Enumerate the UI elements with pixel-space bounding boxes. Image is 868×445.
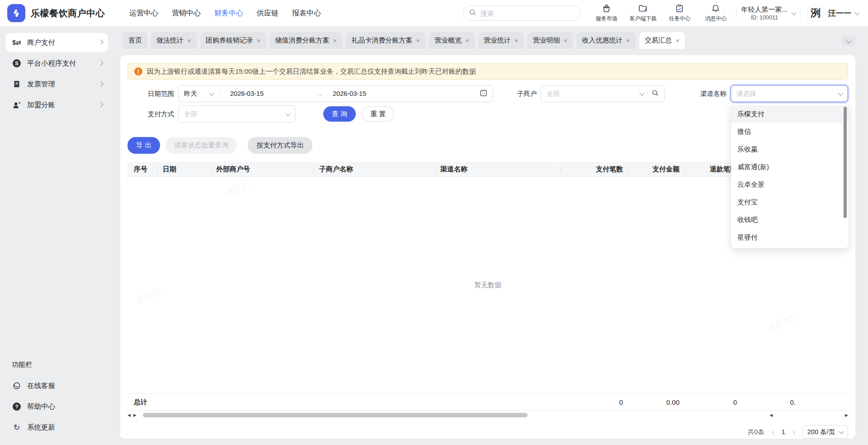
tab-method-stats[interactable]: 做法统计× [151,32,197,49]
tab-income-discount-stats[interactable]: 收入优惠统计× [576,32,636,49]
reset-button[interactable]: 重 置 [362,106,394,122]
user-menu[interactable]: 洌 汪一一 [807,5,859,22]
sidebar-item-platform-miniprogram-pay[interactable]: S 平台小程序支付 [5,54,108,73]
channel-option[interactable]: 乐收赢 [731,141,849,158]
tab-label: 营业统计 [484,36,511,45]
channel-select[interactable]: 请选择 乐檬支付 微信 乐收赢 威富通(新) 云卓全景 支付宝 收钱吧 星驿付 [731,85,848,102]
chevron-down-icon [838,90,843,95]
totals-label: 总计 [127,398,157,407]
total-refund-amount: 0. [742,398,801,406]
tab-groupon-verification[interactable]: 团购券核销记录× [200,32,266,49]
tab-label: 做法统计 [156,36,184,45]
close-icon[interactable]: × [257,37,261,44]
top-header: 乐檬餐饮商户中心 运营中心 营销中心 财务中心 供应链 报表中心 服务市场 客户… [0,0,868,26]
scrollbar-track[interactable] [143,412,763,418]
export-button[interactable]: 导 出 [127,137,160,154]
sidebar-item-online-service[interactable]: 在线客服 [5,376,108,395]
channel-option[interactable]: 星驿付 [731,229,849,246]
prev-page-icon[interactable]: ‹ [772,428,774,436]
tab-business-overview[interactable]: 营业概览× [429,32,475,49]
date-range-picker[interactable]: 昨天 2026-03-15 → 2026-03-15 [178,85,493,102]
search-input[interactable] [480,9,575,17]
total-pay-count: 0 [561,398,628,406]
search-icon [469,9,476,18]
sidebar-item-merchant-pay[interactable]: $⇄ 商户支付 [5,33,108,52]
service-market-icon [602,4,611,14]
pagination: 共0条 ‹ 1 › 200 条/页 [127,425,848,439]
scroll-right-icon[interactable]: ▶ [845,413,848,417]
client-download-entry[interactable]: 客户端下载 [629,4,656,23]
tab-giftcard-split-plan[interactable]: 礼品卡消费分账方案× [346,32,425,49]
end-date-input[interactable]: 2026-03-15 [326,90,476,97]
query-button[interactable]: 查 询 [323,106,356,122]
service-market-entry[interactable]: 服务市场 [593,4,619,23]
close-icon[interactable]: × [564,37,568,44]
close-icon[interactable]: × [514,37,519,44]
channel-option[interactable]: 乐檬支付 [731,105,849,123]
page-size-value: 200 条/页 [807,428,835,436]
nav-marketing-center[interactable]: 营销中心 [172,9,201,18]
app-title: 乐檬餐饮商户中心 [31,7,105,19]
date-preset-value: 昨天 [184,90,197,98]
channel-option[interactable]: 威富通(新) [731,158,849,176]
tab-stored-value-split-plan[interactable]: 储值消费分账方案× [270,32,343,49]
close-icon[interactable]: × [187,37,191,44]
current-page[interactable]: 1 [782,428,785,436]
dropdown-scrollbar[interactable] [844,107,847,218]
tab-strip: 首页 做法统计× 团购券核销记录× 储值消费分账方案× 礼品卡消费分账方案× 营… [120,32,855,49]
scroll-right-icon[interactable]: ▶ [133,413,137,417]
search-icon[interactable] [651,89,659,98]
nav-supply-chain[interactable]: 供应链 [257,9,278,18]
sub-merchant-select[interactable]: 全部 [541,85,665,102]
channel-option[interactable]: 支付宝 [731,194,849,211]
chevron-down-icon [285,111,290,116]
nav-report-center[interactable]: 报表中心 [292,9,321,18]
scroll-left-icon[interactable]: ◀ [769,413,773,417]
tab-business-stats[interactable]: 营业统计× [478,32,524,49]
export-by-pay-method-button[interactable]: 按支付方式导出 [248,137,312,154]
quick-action-label: 服务市场 [595,15,617,23]
nav-finance-center[interactable]: 财务中心 [214,9,243,18]
app-logo-icon[interactable] [7,4,25,22]
channel-option[interactable]: 微信 [731,123,849,141]
arrow-right-icon: → [316,90,323,98]
global-search[interactable] [463,5,580,21]
sidebar-footer: 功能栏 在线客服 ? 帮助中心 ↻ 系统更新 [5,360,108,439]
horizontal-scrollbar: ◀ ▶ ◀ ▶ [127,412,848,419]
nav-operation-center[interactable]: 运营中心 [129,9,158,18]
tab-transaction-summary[interactable]: 交易汇总× [639,32,685,49]
sidebar-item-label: 平台小程序支付 [27,59,94,68]
close-icon[interactable]: × [675,37,679,44]
tab-home[interactable]: 首页 [123,32,147,49]
scroll-left-icon[interactable]: ◀ [127,413,131,417]
tab-overflow-button[interactable] [842,36,855,46]
sidebar-item-system-update[interactable]: ↻ 系统更新 [5,418,108,437]
close-icon[interactable]: × [626,37,630,44]
channel-option[interactable]: 收钱吧 [731,211,849,229]
date-preset-select[interactable]: 昨天 [184,90,220,98]
page-size-select[interactable]: 200 条/页 [802,425,848,439]
sidebar-item-help-center[interactable]: ? 帮助中心 [5,397,108,416]
divider [800,7,801,19]
tab-business-detail[interactable]: 营业明细× [528,32,573,49]
task-center-entry[interactable]: 任务中心 [666,4,693,23]
warning-banner: ! 因为上游银行或通道清算每天15:00做上一个交易日清结算业务，交易汇总仅支持… [127,63,848,80]
close-icon[interactable]: × [333,37,337,44]
merchant-switcher[interactable]: 年轻人第一家... ID: 100011 [736,5,801,21]
pay-method-select[interactable]: 全部 [178,105,296,123]
sidebar-item-label: 在线客服 [27,381,103,391]
chevron-down-icon [854,10,859,15]
sidebar-item-label: 商户支付 [27,38,94,47]
next-page-icon[interactable]: › [793,428,795,436]
batch-settlement-query-button[interactable]: 清算状态批量查询 [165,137,237,154]
chevron-down-icon [639,90,644,95]
channel-option[interactable]: 云卓全景 [731,176,849,194]
message-center-entry[interactable]: 消息中心 [703,4,729,23]
close-icon[interactable]: × [465,37,469,44]
sidebar-item-invoice-management[interactable]: 发票管理 [5,75,108,94]
start-date-input[interactable]: 2026-03-15 [224,90,312,97]
close-icon[interactable]: × [416,37,420,44]
sidebar-item-franchise-split[interactable]: 加盟分账 [5,95,108,114]
scrollbar-thumb[interactable] [143,413,528,417]
total-count-text: 共0条 [748,428,764,436]
